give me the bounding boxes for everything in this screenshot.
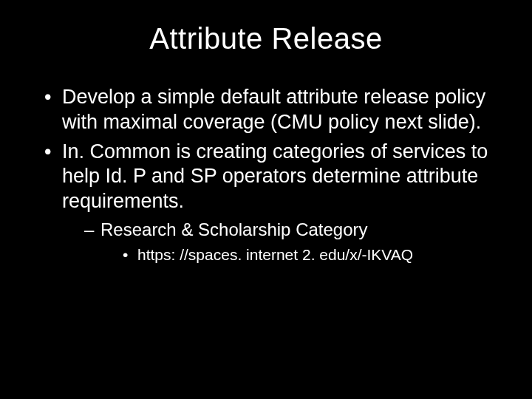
list-item: Develop a simple default attribute relea… xyxy=(44,85,502,135)
bullet-list-level1: Develop a simple default attribute relea… xyxy=(44,85,502,265)
list-item: In. Common is creating categories of ser… xyxy=(44,140,502,265)
slide: Attribute Release Develop a simple defau… xyxy=(0,0,532,399)
slide-title: Attribute Release xyxy=(30,22,502,55)
list-item: Research & Scholarship Category https: /… xyxy=(84,219,502,265)
bullet-text: Research & Scholarship Category xyxy=(100,219,368,239)
list-item: https: //spaces. internet 2. edu/x/-IKVA… xyxy=(123,245,502,265)
bullet-text: Develop a simple default attribute relea… xyxy=(62,86,485,133)
bullet-list-level2: Research & Scholarship Category https: /… xyxy=(84,219,502,265)
bullet-text: In. Common is creating categories of ser… xyxy=(62,140,488,213)
bullet-text: https: //spaces. internet 2. edu/x/-IKVA… xyxy=(137,246,413,263)
bullet-list-level3: https: //spaces. internet 2. edu/x/-IKVA… xyxy=(123,245,502,265)
